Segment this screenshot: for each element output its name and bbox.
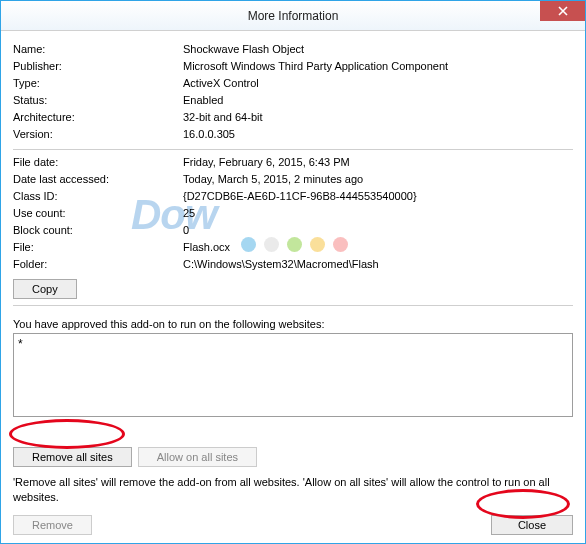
file-value: Flash.ocx [183, 239, 573, 256]
approved-sites-list[interactable] [13, 333, 573, 417]
window-close-button[interactable] [540, 1, 585, 21]
approved-sites-label: You have approved this add-on to run on … [13, 318, 573, 330]
accessed-label: Date last accessed: [13, 171, 183, 188]
status-label: Status: [13, 92, 183, 109]
accessed-value: Today, March 5, 2015, 2 minutes ago [183, 171, 573, 188]
arch-label: Architecture: [13, 109, 183, 126]
classid-label: Class ID: [13, 188, 183, 205]
remove-button: Remove [13, 515, 92, 535]
blockcount-label: Block count: [13, 222, 183, 239]
classid-value: {D27CDB6E-AE6D-11CF-96B8-444553540000} [183, 188, 573, 205]
version-value: 16.0.0.305 [183, 126, 573, 143]
filedate-value: Friday, February 6, 2015, 6:43 PM [183, 154, 573, 171]
remove-all-sites-button[interactable]: Remove all sites [13, 447, 132, 467]
usecount-label: Use count: [13, 205, 183, 222]
name-label: Name: [13, 41, 183, 58]
name-value: Shockwave Flash Object [183, 41, 573, 58]
titlebar: More Information [1, 1, 585, 31]
filedate-label: File date: [13, 154, 183, 171]
type-label: Type: [13, 75, 183, 92]
folder-value: C:\Windows\System32\Macromed\Flash [183, 256, 573, 273]
publisher-label: Publisher: [13, 58, 183, 75]
status-value: Enabled [183, 92, 573, 109]
arch-value: 32-bit and 64-bit [183, 109, 573, 126]
close-icon [558, 6, 568, 16]
type-value: ActiveX Control [183, 75, 573, 92]
blockcount-value: 0 [183, 222, 573, 239]
file-label: File: [13, 239, 183, 256]
sites-note: 'Remove all sites' will remove the add-o… [13, 475, 573, 505]
usecount-value: 25 [183, 205, 573, 222]
close-button[interactable]: Close [491, 515, 573, 535]
divider [13, 305, 573, 306]
window-title: More Information [248, 9, 339, 23]
copy-button[interactable]: Copy [13, 279, 77, 299]
version-label: Version: [13, 126, 183, 143]
divider [13, 149, 573, 150]
folder-label: Folder: [13, 256, 183, 273]
allow-on-all-sites-button: Allow on all sites [138, 447, 257, 467]
publisher-value: Microsoft Windows Third Party Applicatio… [183, 58, 573, 75]
